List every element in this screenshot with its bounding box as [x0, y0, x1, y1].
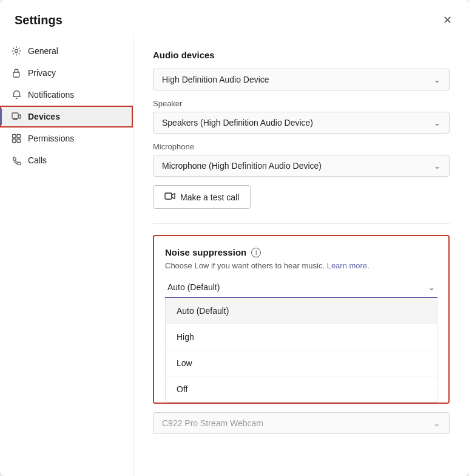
settings-icon — [11, 46, 22, 56]
audio-device-dropdown[interactable]: High Definition Audio Device ⌄ — [153, 69, 450, 90]
noise-option-high[interactable]: High — [166, 324, 437, 350]
speaker-dropdown[interactable]: Speakers (High Definition Audio Device) … — [153, 112, 450, 134]
svg-point-0 — [15, 50, 18, 53]
webcam-dropdown[interactable]: C922 Pro Stream Webcam ⌄ — [153, 412, 450, 434]
noise-option-auto[interactable]: Auto (Default) — [166, 298, 437, 324]
noise-suppression-value: Auto (Default) — [167, 282, 220, 292]
noise-description: Choose Low if you want others to hear mu… — [165, 261, 437, 270]
bell-icon — [11, 89, 22, 100]
title-bar: Settings ✕ — [0, 0, 469, 35]
sidebar-item-calls[interactable]: Calls — [0, 149, 133, 171]
microphone-chevron-icon: ⌄ — [434, 162, 440, 171]
svg-rect-8 — [165, 193, 172, 199]
noise-suppression-options: Auto (Default) High Low Off — [165, 298, 437, 403]
noise-option-low[interactable]: Low — [166, 350, 437, 376]
window-title: Settings — [15, 13, 62, 27]
svg-rect-6 — [13, 139, 16, 143]
webcam-chevron-icon: ⌄ — [433, 418, 440, 428]
microphone-value: Microphone (High Definition Audio Device… — [162, 161, 322, 171]
make-test-call-button[interactable]: Make a test call — [153, 185, 251, 209]
sidebar-item-devices-label: Devices — [28, 112, 60, 121]
test-call-label: Make a test call — [180, 192, 239, 202]
phone-icon — [11, 155, 22, 166]
audio-device-chevron-icon: ⌄ — [434, 75, 440, 84]
info-icon[interactable]: i — [251, 248, 261, 257]
speaker-label: Speaker — [153, 99, 450, 108]
noise-suppression-dropdown[interactable]: Auto (Default) ⌄ — [165, 277, 437, 298]
noise-option-off[interactable]: Off — [166, 376, 437, 402]
noise-suppression-title: Noise suppression — [165, 247, 246, 257]
webcam-section: C922 Pro Stream Webcam ⌄ — [153, 412, 450, 434]
section-divider — [153, 223, 450, 224]
noise-suppression-box: Noise suppression i Choose Low if you wa… — [153, 235, 450, 404]
speaker-chevron-icon: ⌄ — [434, 118, 440, 127]
svg-rect-4 — [13, 135, 16, 138]
noise-suppression-chevron-icon: ⌄ — [428, 283, 435, 292]
grid-icon — [11, 133, 22, 144]
svg-rect-1 — [13, 72, 19, 77]
webcam-value: C922 Pro Stream Webcam — [162, 418, 263, 428]
sidebar-item-permissions-label: Permissions — [28, 134, 74, 143]
sidebar-item-privacy-label: Privacy — [28, 68, 56, 78]
sidebar-item-notifications[interactable]: Notifications — [0, 84, 133, 106]
microphone-dropdown[interactable]: Microphone (High Definition Audio Device… — [153, 155, 450, 177]
learn-more-link[interactable]: Learn more. — [327, 261, 369, 270]
device-icon — [11, 111, 22, 122]
audio-devices-title: Audio devices — [153, 50, 450, 60]
sidebar-item-calls-label: Calls — [28, 155, 47, 165]
lock-icon — [11, 67, 22, 78]
audio-device-value: High Definition Audio Device — [162, 75, 269, 84]
svg-rect-3 — [19, 115, 21, 118]
sidebar-item-devices[interactable]: Devices — [0, 106, 133, 127]
microphone-label: Microphone — [153, 142, 450, 151]
speaker-value: Speakers (High Definition Audio Device) — [162, 118, 313, 127]
sidebar-item-general-label: General — [28, 46, 58, 56]
settings-window: Settings ✕ General Privacy Notifi — [0, 0, 469, 476]
test-call-icon — [164, 191, 175, 203]
content-panel: Audio devices High Definition Audio Devi… — [133, 35, 469, 476]
close-button[interactable]: ✕ — [438, 11, 457, 29]
sidebar-item-notifications-label: Notifications — [28, 90, 74, 100]
sidebar: General Privacy Notifications Devices — [0, 35, 133, 476]
svg-rect-7 — [17, 139, 21, 143]
noise-title-row: Noise suppression i — [165, 247, 437, 257]
main-layout: General Privacy Notifications Devices — [0, 35, 469, 476]
svg-rect-2 — [12, 113, 18, 118]
sidebar-item-privacy[interactable]: Privacy — [0, 62, 133, 84]
svg-rect-5 — [17, 135, 21, 138]
sidebar-item-general[interactable]: General — [0, 40, 133, 62]
sidebar-item-permissions[interactable]: Permissions — [0, 127, 133, 149]
